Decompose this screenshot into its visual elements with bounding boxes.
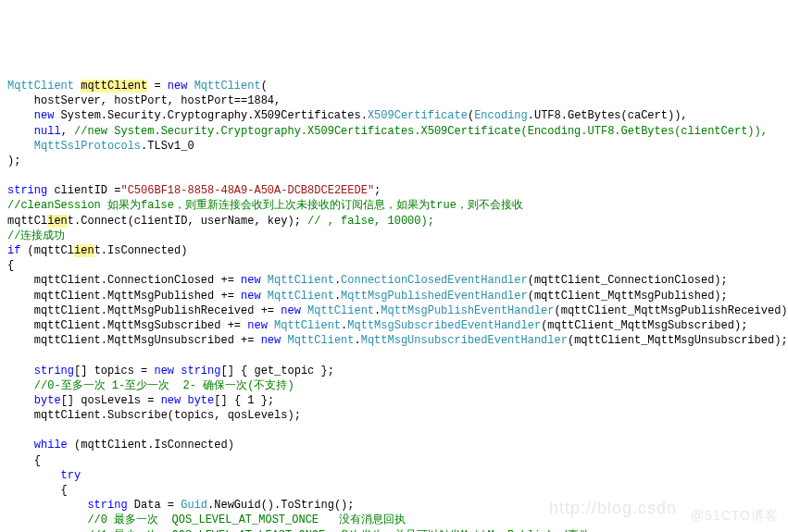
- comment: //0-至多一次 1-至少一次 2- 确保一次(不支持): [7, 379, 294, 392]
- comment: //new System.Security.Cryptography.X509C…: [74, 125, 768, 138]
- code-block: MqttClient mqttClient = new MqttClient( …: [7, 64, 781, 532]
- comment: //连接成功: [7, 229, 65, 242]
- code-line: );: [7, 155, 20, 167]
- code-line: hostServer, hostPort, hostPort==1884,: [7, 94, 281, 107]
- variable-highlight: mqttClient: [81, 80, 147, 93]
- code-line: mqttClient.Subscribe(topics, qosLevels);: [7, 409, 301, 422]
- comment: //0 最多一次 QOS_LEVEL_AT_MOST_ONCE 没有消息回执: [7, 513, 406, 526]
- string-literal: "C506BF18-8858-48A9-A50A-DCB8DCE2EEDE": [120, 184, 374, 197]
- comment: //cleanSession 如果为false，则重新连接会收到上次未接收的订阅…: [7, 199, 523, 212]
- comment: //1 最少一次 QOS_LEVEL_AT_LEAST_ONCE 多次发生，并且…: [7, 529, 590, 532]
- type-name: MqttClient: [7, 80, 74, 93]
